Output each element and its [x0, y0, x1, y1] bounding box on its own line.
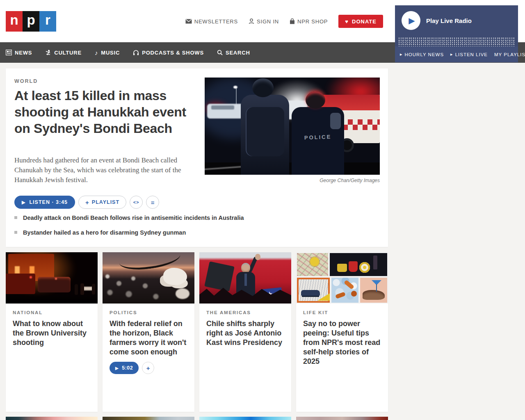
- photo-shape: [349, 261, 358, 272]
- bullet-icon: [14, 231, 17, 234]
- photo-shape: [236, 87, 237, 107]
- listen-live-link[interactable]: LISTEN LIVE: [450, 52, 488, 57]
- play-live-radio[interactable]: Play Live Radio: [402, 11, 472, 30]
- nav-label: PODCASTS & SHOWS: [142, 50, 204, 56]
- npr-shop-link[interactable]: NPR SHOP: [290, 18, 328, 25]
- photo-shape: [233, 86, 237, 89]
- sign-in-label: SIGN IN: [257, 18, 279, 25]
- photo-shape: [15, 266, 20, 274]
- photo-shape: [306, 91, 325, 109]
- photo-shape: [363, 290, 385, 300]
- npr-logo[interactable]: n p r: [6, 11, 56, 32]
- nav-label: CULTURE: [54, 50, 82, 56]
- listen-live-label: LISTEN LIVE: [455, 52, 488, 57]
- card-section-slug[interactable]: POLITICS: [110, 310, 187, 315]
- donate-label: DONATE: [352, 18, 377, 25]
- newspaper-icon: [6, 50, 12, 55]
- hero-photo[interactable]: POLICE: [205, 78, 380, 175]
- story-card: POLITICS With federal relief on the hori…: [103, 252, 194, 412]
- next-row-thumbnail[interactable]: [103, 417, 194, 420]
- nav-item-search[interactable]: SEARCH: [217, 50, 250, 56]
- photo-shape: [38, 277, 71, 292]
- photo-shape: [376, 284, 377, 292]
- nav-label: MUSIC: [101, 50, 120, 56]
- lead-story: WORLD At least 15 killed in mass shootin…: [6, 68, 388, 247]
- card-image[interactable]: [6, 252, 98, 304]
- card-headline[interactable]: Say no to power peeing: Useful tips from…: [303, 319, 381, 366]
- photo-shape: [30, 266, 34, 274]
- logo-letter-n: n: [6, 11, 23, 32]
- card-headline[interactable]: With federal relief on the horizon, Blac…: [110, 319, 187, 357]
- listen-button[interactable]: 5:02: [110, 362, 139, 374]
- photo-shape: [55, 278, 57, 280]
- sun-doodle: [310, 257, 319, 266]
- embed-icon[interactable]: <>: [130, 196, 143, 209]
- transcript-icon[interactable]: ≡: [146, 196, 159, 209]
- logo-letter-p: p: [23, 11, 39, 32]
- nav-item-news[interactable]: NEWS: [6, 50, 32, 56]
- newsletters-link[interactable]: NEWSLETTERS: [185, 18, 238, 25]
- music-note-icon: [95, 49, 98, 56]
- photo-shape: [30, 276, 32, 278]
- my-playlist-link[interactable]: MY PLAYLIST: [494, 52, 525, 57]
- play-live-radio-label: Play Live Radio: [426, 17, 472, 24]
- alarm-clock: [359, 262, 370, 273]
- utility-nav: NEWSLETTERS SIGN IN NPR SHOP DONATE: [185, 15, 383, 28]
- card-image[interactable]: [103, 252, 194, 304]
- card-section-slug[interactable]: THE AMERICAS: [206, 310, 284, 315]
- related-story-link[interactable]: Deadly attack on Bondi Beach follows ris…: [14, 215, 244, 221]
- culture-figure-icon: [45, 50, 51, 56]
- related-story-link[interactable]: Bystander hailed as a hero for disarming…: [14, 229, 244, 236]
- hero-audio-controls: LISTEN · 3:45 PLAYLIST <> ≡: [14, 196, 159, 209]
- npr-shop-label: NPR SHOP: [297, 18, 328, 25]
- my-playlist-label: MY PLAYLIST: [494, 52, 525, 57]
- story-card: ★ THE AMERICAS Chile shifts sharply righ…: [199, 252, 291, 412]
- add-to-playlist-button[interactable]: PLAYLIST: [78, 196, 126, 209]
- donate-button[interactable]: DONATE: [338, 15, 383, 28]
- nav-item-music[interactable]: MUSIC: [95, 49, 120, 56]
- hero-headline[interactable]: At least 15 killed in mass shooting at H…: [14, 87, 191, 137]
- shopping-bag-icon: [290, 18, 295, 24]
- photo-credit: George Chan/Getty Images: [205, 178, 380, 183]
- person-icon: [249, 18, 254, 24]
- sign-in-link[interactable]: SIGN IN: [249, 18, 279, 25]
- photo-shape: [351, 291, 357, 297]
- card-audio-controls: 5:02 +: [110, 362, 187, 374]
- play-icon[interactable]: [402, 11, 420, 30]
- photo-shape: [337, 264, 347, 272]
- next-row-thumbnail[interactable]: [6, 417, 98, 420]
- add-to-playlist-icon[interactable]: +: [142, 362, 154, 374]
- radio-links: HOURLY NEWS LISTEN LIVE MY PLAYLIST: [395, 46, 518, 62]
- photo-shape: [330, 113, 341, 129]
- search-icon: [217, 50, 223, 55]
- photo-shape: [80, 283, 84, 295]
- story-card: LIFE KIT Say no to power peeing: Useful …: [296, 252, 388, 412]
- card-headline[interactable]: What to know about the Brown University …: [13, 319, 91, 347]
- photo-shape: [244, 274, 247, 286]
- live-radio-panel: Play Live Radio HOURLY NEWS LISTEN LIVE …: [395, 5, 518, 62]
- hero-teaser: Hundreds had gathered for an event at Bo…: [14, 155, 187, 185]
- photo-shape: [204, 261, 235, 292]
- audio-waveform: [398, 37, 515, 46]
- card-headline[interactable]: Chile shifts sharply right as José Anton…: [206, 319, 284, 347]
- photo-shape: [211, 105, 234, 110]
- listen-button[interactable]: LISTEN · 3:45: [14, 196, 75, 209]
- card-image[interactable]: ★: [199, 252, 291, 304]
- photo-shape: [92, 284, 95, 294]
- photo-shape: [255, 254, 260, 260]
- nav-label: SEARCH: [226, 50, 250, 56]
- headphones-icon: [133, 50, 139, 55]
- card-section-slug[interactable]: LIFE KIT: [303, 310, 381, 315]
- heart-icon: [345, 18, 349, 25]
- hourly-news-link[interactable]: HOURLY NEWS: [400, 52, 444, 57]
- card-section-slug[interactable]: NATIONAL: [13, 310, 91, 315]
- nav-label: NEWS: [15, 50, 32, 56]
- photo-shape: [246, 107, 284, 156]
- next-row-thumbnail[interactable]: [296, 417, 388, 420]
- card-image-collage[interactable]: [296, 252, 388, 304]
- nav-item-culture[interactable]: CULTURE: [45, 50, 82, 56]
- next-row-thumbnail[interactable]: [199, 417, 291, 420]
- hero-section-slug[interactable]: WORLD: [14, 78, 38, 84]
- nav-item-podcasts-shows[interactable]: PODCASTS & SHOWS: [133, 50, 204, 56]
- logo-letter-r: r: [39, 11, 56, 32]
